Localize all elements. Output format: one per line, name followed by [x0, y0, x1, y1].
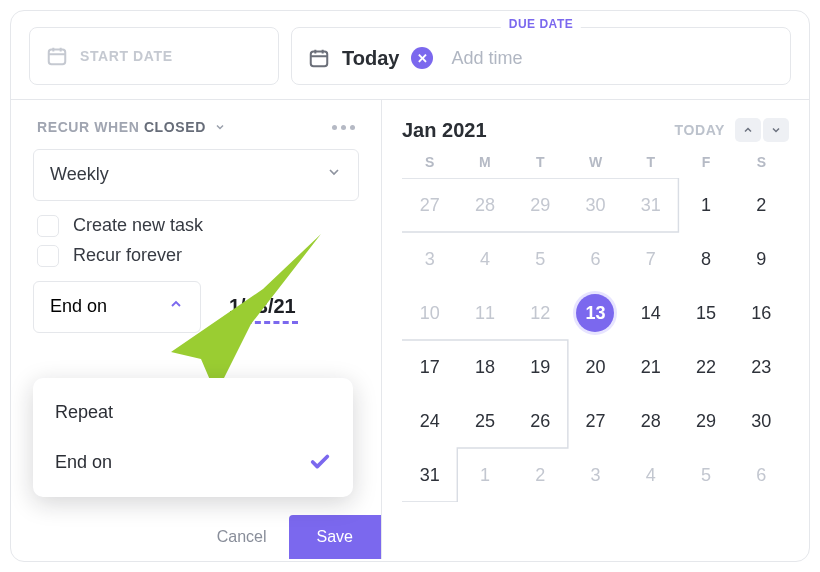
- calendar-day[interactable]: 3: [568, 448, 623, 502]
- frequency-value: Weekly: [50, 164, 109, 185]
- dow-label: M: [457, 154, 512, 170]
- footer-actions: Cancel Save: [11, 507, 381, 559]
- recur-forever-label: Recur forever: [73, 245, 182, 266]
- calendar-day[interactable]: 8: [678, 232, 733, 286]
- add-time-button[interactable]: Add time: [451, 48, 522, 69]
- calendar-day[interactable]: 2: [513, 448, 568, 502]
- dow-label: F: [678, 154, 733, 170]
- frequency-select[interactable]: Weekly: [33, 149, 359, 201]
- calendar-day[interactable]: 28: [623, 394, 678, 448]
- end-on-date-input[interactable]: 1/13/21: [229, 295, 296, 318]
- calendar-day[interactable]: 17: [402, 340, 457, 394]
- day-number: 27: [411, 186, 449, 224]
- start-date-label: START DATE: [80, 48, 173, 64]
- dow-label: T: [513, 154, 568, 170]
- day-number: 2: [742, 186, 780, 224]
- calendar-day[interactable]: 11: [457, 286, 512, 340]
- save-button[interactable]: Save: [289, 515, 381, 559]
- day-number: 2: [521, 456, 559, 494]
- dropdown-option-end-on[interactable]: End on: [33, 437, 353, 487]
- calendar-day[interactable]: 6: [734, 448, 789, 502]
- clear-due-date-button[interactable]: ✕: [411, 47, 433, 69]
- calendar-day[interactable]: 4: [623, 448, 678, 502]
- prev-month-button[interactable]: [735, 118, 761, 142]
- day-number: 25: [466, 402, 504, 440]
- day-number: 31: [411, 456, 449, 494]
- calendar-icon: [46, 45, 68, 67]
- calendar-day[interactable]: 1: [678, 178, 733, 232]
- create-new-task-checkbox[interactable]: [37, 215, 59, 237]
- due-date-field[interactable]: DUE DATE Today ✕ Add time: [291, 27, 791, 85]
- end-type-select[interactable]: End on: [33, 281, 201, 333]
- calendar-day[interactable]: 26: [513, 394, 568, 448]
- calendar-day[interactable]: 9: [734, 232, 789, 286]
- calendar-day[interactable]: 27: [568, 394, 623, 448]
- calendar-day[interactable]: 16: [734, 286, 789, 340]
- calendar-panel: Jan 2021 TODAY SMTWTFS 27282930311234567…: [381, 100, 809, 559]
- calendar-day[interactable]: 31: [402, 448, 457, 502]
- day-number: 17: [411, 348, 449, 386]
- day-number: 9: [742, 240, 780, 278]
- calendar-day[interactable]: 13: [568, 286, 623, 340]
- calendar-day[interactable]: 21: [623, 340, 678, 394]
- dow-label: T: [623, 154, 678, 170]
- calendar-day[interactable]: 5: [678, 448, 733, 502]
- day-number: 8: [687, 240, 725, 278]
- calendar-day[interactable]: 19: [513, 340, 568, 394]
- day-number: 3: [411, 240, 449, 278]
- calendar-day[interactable]: 12: [513, 286, 568, 340]
- day-number: 30: [576, 186, 614, 224]
- calendar-day[interactable]: 7: [623, 232, 678, 286]
- calendar-day[interactable]: 28: [457, 178, 512, 232]
- option-label: Repeat: [55, 402, 113, 423]
- calendar-day[interactable]: 20: [568, 340, 623, 394]
- calendar-icon: [308, 47, 330, 69]
- calendar-day[interactable]: 4: [457, 232, 512, 286]
- calendar-day[interactable]: 22: [678, 340, 733, 394]
- calendar-day[interactable]: 30: [568, 178, 623, 232]
- day-number: 6: [576, 240, 614, 278]
- calendar-day[interactable]: 30: [734, 394, 789, 448]
- day-of-week-header: SMTWTFS: [402, 154, 789, 170]
- start-date-button[interactable]: START DATE: [29, 27, 279, 85]
- calendar-day[interactable]: 1: [457, 448, 512, 502]
- cancel-button[interactable]: Cancel: [197, 515, 287, 559]
- chevron-down-icon: [326, 164, 342, 185]
- day-number: 27: [576, 402, 614, 440]
- next-month-button[interactable]: [763, 118, 789, 142]
- calendar-day[interactable]: 29: [678, 394, 733, 448]
- day-number: 23: [742, 348, 780, 386]
- day-number: 3: [576, 456, 614, 494]
- calendar-day[interactable]: 18: [457, 340, 512, 394]
- calendar-day[interactable]: 15: [678, 286, 733, 340]
- calendar-day[interactable]: 25: [457, 394, 512, 448]
- calendar-day[interactable]: 3: [402, 232, 457, 286]
- day-number: 22: [687, 348, 725, 386]
- calendar-day[interactable]: 10: [402, 286, 457, 340]
- calendar-day[interactable]: 27: [402, 178, 457, 232]
- calendar-day[interactable]: 29: [513, 178, 568, 232]
- more-options-button[interactable]: [332, 125, 355, 130]
- day-number: 28: [466, 186, 504, 224]
- day-number: 19: [521, 348, 559, 386]
- day-number: 20: [576, 348, 614, 386]
- today-button[interactable]: TODAY: [675, 122, 725, 138]
- recur-forever-checkbox[interactable]: [37, 245, 59, 267]
- day-number: 7: [632, 240, 670, 278]
- day-number: 29: [521, 186, 559, 224]
- date-dialog: START DATE DUE DATE Today ✕ Add time REC…: [10, 10, 810, 562]
- calendar-day[interactable]: 5: [513, 232, 568, 286]
- recur-when-value[interactable]: CLOSED: [144, 119, 206, 135]
- option-label: End on: [55, 452, 112, 473]
- calendar-day[interactable]: 14: [623, 286, 678, 340]
- create-new-task-label: Create new task: [73, 215, 203, 236]
- calendar-day[interactable]: 31: [623, 178, 678, 232]
- calendar-day[interactable]: 24: [402, 394, 457, 448]
- day-number: 30: [742, 402, 780, 440]
- dropdown-option-repeat[interactable]: Repeat: [33, 388, 353, 437]
- calendar-day[interactable]: 2: [734, 178, 789, 232]
- calendar-day[interactable]: 23: [734, 340, 789, 394]
- day-number: 18: [466, 348, 504, 386]
- calendar-day[interactable]: 6: [568, 232, 623, 286]
- day-number: 6: [742, 456, 780, 494]
